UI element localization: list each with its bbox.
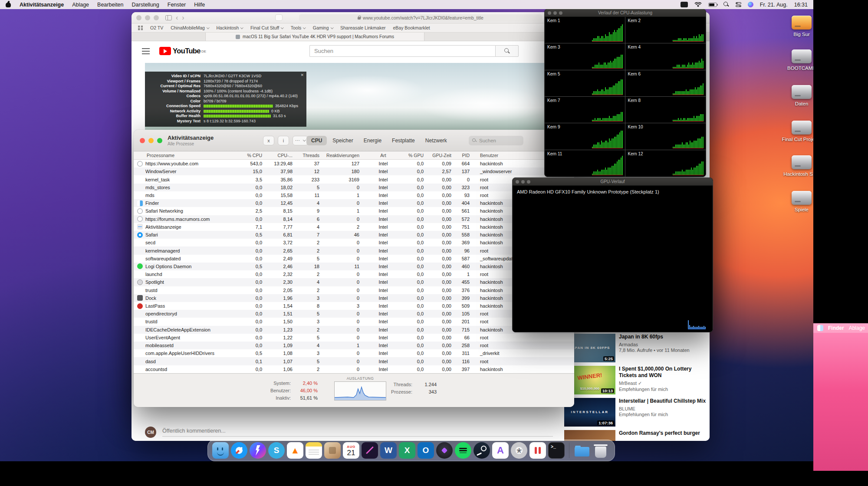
minimize-button[interactable] bbox=[145, 15, 150, 20]
dock-skype-icon[interactable]: S bbox=[268, 442, 285, 459]
process-row[interactable]: IDECacheDeleteAppExtension0,01,2320Intel… bbox=[134, 326, 574, 334]
dock-safari-icon[interactable] bbox=[231, 442, 247, 459]
comment-input[interactable]: Öffentlich kommentieren... bbox=[162, 428, 553, 437]
search-input[interactable] bbox=[309, 45, 495, 57]
suggested-video[interactable]: WINNER!$10,000,00010:13I Spent $1,000,00… bbox=[564, 366, 707, 394]
process-row[interactable]: mobileassetd0,01,0941Intel0,00,00258root bbox=[134, 342, 574, 349]
dock-tan-app-icon[interactable] bbox=[324, 442, 341, 459]
process-row[interactable]: dasd0,11,0750Intel0,00,00116root bbox=[134, 357, 574, 365]
address-bar[interactable]: www.youtube.com/watch?v=7LJlcrJKDI0&feat… bbox=[299, 14, 542, 22]
dock-affinity-photo-icon[interactable] bbox=[362, 442, 378, 459]
dock-terminal-icon[interactable]: >_ bbox=[548, 442, 565, 459]
dock-excel-icon[interactable]: X bbox=[399, 442, 415, 459]
dock-a-design-app-icon[interactable]: A bbox=[492, 442, 509, 459]
window-buttons[interactable] bbox=[548, 11, 562, 15]
process-row[interactable]: mds_stores0,018,0250Intel0,00,00323root bbox=[134, 184, 574, 191]
bookmark-ebay-bookmarklet[interactable]: eBay Bookmarklet bbox=[393, 25, 430, 30]
bookmark-final-cut-stuff[interactable]: Final Cut Stuff bbox=[250, 25, 283, 30]
tab-cpu[interactable]: CPU bbox=[306, 136, 327, 145]
desktop-icon-bootcamp[interactable]: BOOTCAMP bbox=[781, 49, 813, 71]
dock-trash-icon[interactable] bbox=[592, 442, 609, 459]
process-row[interactable]: Dock0,01,9630Intel0,00,00399hackintosh bbox=[134, 294, 574, 302]
display2-menu-ablage[interactable]: Ablage bbox=[849, 325, 865, 331]
dock-final-cut-pro-icon[interactable] bbox=[436, 442, 453, 459]
dock-notes-icon[interactable] bbox=[306, 442, 322, 459]
suggested-video[interactable]: JAPAN IN 8K 60FPS5:25Japan in 8K 60fpsAr… bbox=[564, 334, 707, 362]
column-header-reaktivierungen[interactable]: Reaktivierungen bbox=[325, 153, 365, 158]
process-row[interactable]: Safari0,56,81746Intel0,00,00558hackintos… bbox=[134, 231, 574, 239]
menu-item-hilfe[interactable]: Hilfe bbox=[194, 2, 205, 8]
video-channel[interactable]: MrBeast ✓ bbox=[619, 381, 707, 386]
close-button[interactable] bbox=[140, 138, 145, 143]
desktop-icon-final-cut-projects[interactable]: Final Cut Projects bbox=[781, 121, 813, 142]
process-row[interactable]: Spotlight0,02,3040Intel0,00,00455hackint… bbox=[134, 278, 574, 286]
display-icon[interactable] bbox=[681, 2, 688, 7]
process-row[interactable]: kernel_task3,535,862333169Intel0,00,000r… bbox=[134, 175, 574, 183]
video-title[interactable]: I Spent $1,000,000 On Lottery Tickets an… bbox=[619, 366, 707, 379]
search-button[interactable] bbox=[495, 45, 519, 57]
menu-item-bearbeiten[interactable]: Bearbeiten bbox=[97, 2, 123, 8]
menu-time[interactable]: 16:31 bbox=[794, 2, 808, 8]
column-header-cpu[interactable]: % CPU bbox=[243, 153, 267, 158]
menu-item-fenster[interactable]: Fenster bbox=[168, 2, 186, 8]
video-title[interactable]: Gordon Ramsay's perfect burger bbox=[619, 430, 700, 437]
siri-icon[interactable] bbox=[748, 2, 753, 7]
menu-item-darstellung[interactable]: Darstellung bbox=[132, 2, 159, 8]
youtube-logo[interactable]: YouTube DE bbox=[159, 47, 206, 55]
dock-word-icon[interactable]: W bbox=[380, 442, 397, 459]
tab-festplatte[interactable]: Festplatte bbox=[387, 136, 420, 145]
bookmark-shareasale-linkmaker[interactable]: Shareasale Linkmaker bbox=[340, 25, 385, 30]
process-row[interactable]: WindowServer15,037,9812180Intel0,02,5713… bbox=[134, 167, 574, 175]
process-row[interactable]: Safari Networking2,58,1591Intel0,00,0056… bbox=[134, 207, 574, 215]
column-header-art[interactable]: Art bbox=[365, 153, 402, 158]
apple-menu-icon[interactable] bbox=[6, 1, 11, 8]
wifi-icon[interactable] bbox=[694, 2, 702, 7]
dock-parallels-icon[interactable] bbox=[529, 442, 546, 459]
process-row[interactable]: UserEventAgent0,01,2250Intel0,00,0066roo… bbox=[134, 334, 574, 342]
column-header-pid[interactable]: PID bbox=[457, 153, 475, 158]
dock-outlook-icon[interactable]: O bbox=[418, 442, 434, 459]
menu-item-ablage[interactable]: Ablage bbox=[72, 2, 89, 8]
process-row[interactable]: Logi Options Daemon0,52,461811Intel0,00,… bbox=[134, 263, 574, 270]
finder-icon[interactable] bbox=[817, 325, 823, 331]
dock-vlc-icon[interactable]: ▲ bbox=[287, 442, 303, 459]
forward-button[interactable]: › bbox=[182, 14, 184, 21]
process-row[interactable]: trustd0,01,5030Intel0,00,00201root bbox=[134, 318, 574, 325]
column-header-threads[interactable]: Threads bbox=[298, 153, 325, 158]
video-title[interactable]: Japan in 8K 60fps bbox=[619, 334, 690, 340]
display2-menu-finder[interactable]: Finder bbox=[828, 325, 844, 331]
bookmark-tools[interactable]: Tools bbox=[291, 25, 306, 30]
process-row[interactable]: Finder0,012,4540Intel0,00,00404hackintos… bbox=[134, 199, 574, 207]
start-page-grid-icon[interactable] bbox=[138, 26, 143, 30]
bookmark-o2-tv[interactable]: O2 TV bbox=[150, 25, 163, 30]
column-header-prozessname[interactable]: Prozessname bbox=[134, 153, 243, 158]
process-row[interactable]: https://forums.macrumors.com0,08,1460Int… bbox=[134, 215, 574, 223]
process-row[interactable]: softwareupdated0,02,4950Intel0,00,00587_… bbox=[134, 255, 574, 263]
close-icon[interactable]: ✕ bbox=[300, 73, 304, 78]
search-field[interactable]: Suchen bbox=[469, 136, 523, 145]
sidebar-icon[interactable] bbox=[165, 15, 172, 20]
dock-system-preferences-icon[interactable]: * bbox=[511, 442, 527, 459]
column-header-gpu-zeit[interactable]: GPU-Zeit bbox=[429, 153, 457, 158]
process-row[interactable]: mds0,015,58111Intel0,00,0093root bbox=[134, 191, 574, 199]
process-row[interactable]: LastPass0,01,5483Intel0,00,00509hackinto… bbox=[134, 302, 574, 310]
video-title[interactable]: Interstellar | Beautiful Chillstep Mix bbox=[619, 398, 706, 404]
column-header-gpu[interactable]: % GPU bbox=[402, 153, 429, 158]
process-row[interactable]: https://www.youtube.com543,013:29,483712… bbox=[134, 160, 574, 167]
hamburger-menu-icon[interactable] bbox=[142, 48, 150, 54]
tab-speicher[interactable]: Speicher bbox=[328, 136, 358, 145]
process-row[interactable]: secd0,03,7220Intel0,00,00369hackintosh bbox=[134, 239, 574, 246]
dock-steam-icon[interactable] bbox=[473, 442, 490, 459]
process-row[interactable]: accountsd0,01,0620Intel0,00,00397hackint… bbox=[134, 365, 574, 373]
dock-downloads-folder-icon[interactable] bbox=[574, 442, 590, 459]
view-options-button[interactable]: ⋯ bbox=[293, 136, 308, 145]
desktop-icon-big-sur[interactable]: Big Sur bbox=[781, 16, 813, 37]
tab-netzwerk[interactable]: Netzwerk bbox=[421, 136, 452, 145]
zoom-button[interactable] bbox=[157, 138, 162, 143]
control-center-icon[interactable] bbox=[736, 2, 741, 7]
process-row[interactable]: com.apple.AppleUserHIDDrivers0,51,0830In… bbox=[134, 349, 574, 357]
process-row[interactable]: opendirectoryd0,01,5150Intel0,00,00105ro… bbox=[134, 310, 574, 318]
bookmark-gaming[interactable]: Gaming bbox=[313, 25, 333, 30]
dock-messenger-icon[interactable] bbox=[250, 442, 266, 459]
desktop-icon-spiele[interactable]: Spiele bbox=[781, 191, 813, 212]
